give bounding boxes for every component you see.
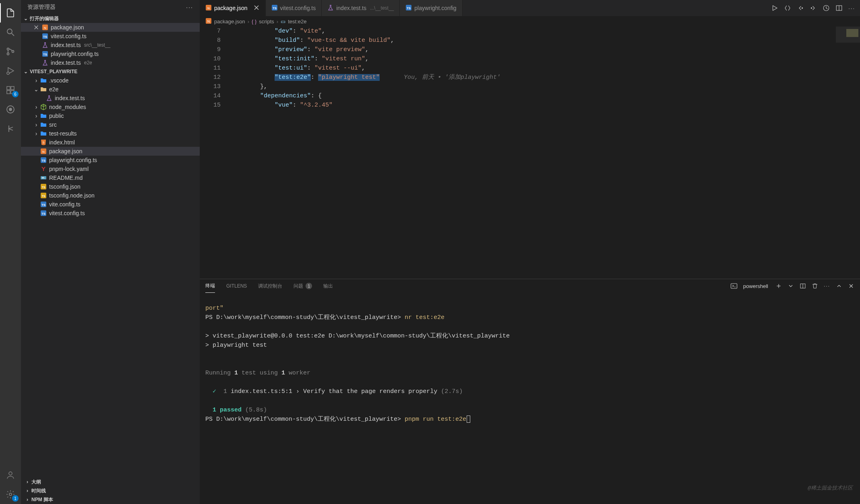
chevron-down-icon: ⌄ [23, 15, 29, 22]
panel-tab-gitlens[interactable]: GITLENS [226, 279, 247, 293]
sidebar-section-header[interactable]: ›NPM 脚本 [21, 495, 200, 504]
open-editors-header[interactable]: ⌄ 打开的编辑器 [21, 14, 200, 23]
shell-name[interactable]: powershell [743, 283, 770, 289]
next-icon[interactable] [810, 4, 817, 12]
svg-rect-8 [11, 86, 14, 90]
minimap[interactable] [836, 27, 860, 279]
code-line[interactable]: "dependencies": { [231, 91, 860, 101]
activity-search-icon[interactable] [0, 23, 21, 42]
panel-tab-problems[interactable]: 问题1 [294, 279, 312, 293]
new-terminal-icon[interactable] [775, 283, 782, 289]
tree-item[interactable]: ⌄e2e [21, 85, 200, 94]
activity-share-icon[interactable] [0, 119, 21, 138]
panel-actions: powershell ··· [730, 282, 854, 290]
panel-tab-terminal[interactable]: 终端 [205, 279, 215, 293]
file-name: index.test.ts [51, 42, 81, 48]
svg-text:N: N [44, 26, 46, 30]
tab-more-icon[interactable]: ··· [848, 5, 855, 11]
tree-item[interactable]: 5index.html [21, 138, 200, 147]
minimap-viewport[interactable] [836, 27, 860, 43]
tree-item[interactable]: ›test-results [21, 129, 200, 138]
code-line[interactable]: "test:init": "vitest run", [231, 54, 860, 64]
tree-item[interactable]: TStsconfig.json [21, 182, 200, 191]
open-editor-item[interactable]: Npackage.json [21, 23, 200, 32]
svg-point-47 [802, 8, 803, 8]
activity-account-icon[interactable] [0, 465, 21, 485]
svg-rect-7 [7, 86, 10, 90]
chevron-right-icon: › [24, 496, 31, 503]
svg-point-6 [7, 72, 9, 74]
file-icon [42, 42, 48, 48]
editor-tab[interactable]: TSvitest.config.ts [266, 0, 322, 16]
code-line[interactable]: "vue": "^3.2.45" [231, 101, 860, 110]
activity-scm-icon[interactable] [0, 42, 21, 61]
sidebar-section-header[interactable]: ›时间线 [21, 486, 200, 495]
term-line-part: index.test.ts:5:1 › Verify that the page… [231, 388, 437, 395]
editor-view[interactable]: 789101112131415 "dev": "vite", "build": … [200, 27, 860, 279]
split-terminal-icon[interactable] [800, 283, 806, 289]
file-icon [40, 113, 47, 119]
open-editor-item[interactable]: TSplaywright.config.ts [21, 49, 200, 58]
extensions-badge: 6 [12, 91, 19, 97]
code-line[interactable]: "test:ui": "vitest --ui", [231, 64, 860, 73]
sidebar-more-icon[interactable]: ··· [186, 4, 193, 10]
tree-item[interactable]: TStsconfig.node.json [21, 191, 200, 200]
term-line-part: test using [238, 370, 281, 376]
activity-extensions-icon[interactable]: 6 [0, 80, 21, 100]
terminal-content[interactable]: port" PS D:\work\myself\common-study\工程化… [200, 293, 860, 504]
diff-icon[interactable] [784, 4, 791, 12]
sidebar-title-row: 资源管理器 ··· [21, 0, 200, 14]
sidebar-section-header[interactable]: ›大纲 [21, 477, 200, 486]
sidebar-title: 资源管理器 [27, 4, 56, 11]
breadcrumb[interactable]: N package.json › { } scripts › ▭ test:e2… [200, 16, 860, 27]
panel-tab-debug[interactable]: 调试控制台 [258, 279, 282, 293]
open-editor-item[interactable]: index.test.tssrc\__test__ [21, 41, 200, 49]
open-editor-item[interactable]: TSvitest.config.ts [21, 32, 200, 41]
svg-text:N: N [207, 19, 210, 23]
editor-tab[interactable]: index.test.ts...\__test__ [322, 0, 400, 16]
tree-item[interactable]: ›.vscode [21, 76, 200, 85]
chevron-up-icon[interactable] [836, 283, 842, 289]
close-icon[interactable] [33, 25, 39, 30]
trash-icon[interactable] [812, 283, 818, 289]
close-icon[interactable] [848, 283, 854, 289]
open-editor-item[interactable]: index.test.tse2e [21, 58, 200, 67]
tree-item[interactable]: ›node_modules [21, 103, 200, 111]
chevron-down-icon[interactable] [788, 283, 794, 289]
close-icon[interactable] [253, 4, 260, 12]
run-icon[interactable] [771, 4, 778, 12]
file-icon: TS [40, 157, 47, 163]
editor-tab[interactable]: Npackage.json [200, 0, 266, 16]
tree-item[interactable]: pnpm-lock.yaml [21, 165, 200, 173]
file-name: playwright.config.ts [49, 157, 97, 163]
code-content[interactable]: "dev": "vite", "build": "vue-tsc && vite… [231, 27, 860, 279]
tree-item[interactable]: TSplaywright.config.ts [21, 156, 200, 165]
file-icon: N [42, 24, 48, 31]
split-editor-icon[interactable] [835, 4, 843, 12]
problems-badge: 1 [306, 283, 312, 289]
activity-settings-icon[interactable]: 1 [0, 485, 21, 504]
tree-item[interactable]: M↓README.md [21, 173, 200, 182]
project-header[interactable]: ⌄ VITEST_PLAYWRITE [21, 67, 200, 76]
tree-item[interactable]: index.test.ts [21, 94, 200, 103]
powershell-icon[interactable] [730, 282, 738, 290]
tree-item[interactable]: Npackage.json [21, 147, 200, 156]
activity-explorer-icon[interactable] [0, 3, 21, 23]
code-line[interactable]: "test:e2e": "playwright test"You, 前天 • '… [231, 73, 860, 82]
file-meta: e2e [84, 60, 92, 66]
panel-tab-output[interactable]: 输出 [323, 279, 333, 293]
open-changes-icon[interactable] [823, 4, 830, 12]
panel-more-icon[interactable]: ··· [824, 283, 830, 289]
code-line[interactable]: "build": "vue-tsc && vite build", [231, 36, 860, 45]
code-line[interactable]: "dev": "vite", [231, 27, 860, 36]
editor-tab[interactable]: TSplaywright.config [400, 0, 462, 16]
code-line[interactable]: }, [231, 82, 860, 91]
code-line[interactable]: "preview": "vite preview", [231, 45, 860, 54]
prev-icon[interactable] [797, 4, 804, 12]
tree-item[interactable]: TSvite.config.ts [21, 200, 200, 209]
tree-item[interactable]: TSvitest.config.ts [21, 209, 200, 218]
activity-live-icon[interactable] [0, 100, 21, 119]
activity-run-icon[interactable] [0, 61, 21, 80]
tree-item[interactable]: ›public [21, 111, 200, 120]
tree-item[interactable]: ›src [21, 120, 200, 129]
